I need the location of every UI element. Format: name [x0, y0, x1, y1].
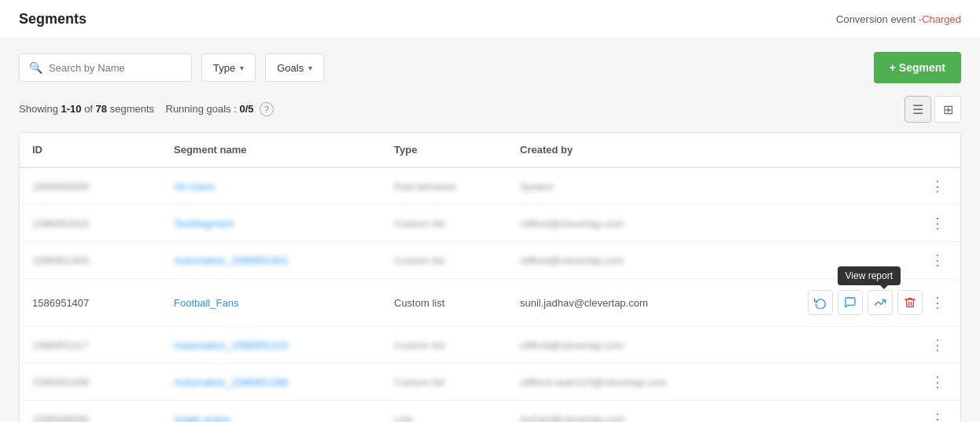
type-chevron-icon: ▾	[240, 64, 244, 72]
cell-type: Custom list	[381, 364, 507, 401]
cell-id: 1586946595	[20, 401, 161, 423]
cell-actions[interactable]: ⋮	[795, 242, 960, 279]
cell-actions[interactable]: ⋮	[795, 167, 960, 205]
cell-name[interactable]: TestSegment	[161, 205, 381, 242]
cell-name[interactable]: single action	[161, 401, 381, 423]
goals-filter-button[interactable]: Goals ▾	[265, 53, 324, 82]
search-box: 🔍	[19, 53, 192, 82]
more-button[interactable]: ⋮	[927, 295, 948, 310]
cell-name[interactable]: Football_Fans	[161, 279, 381, 327]
toolbar: 🔍 Type ▾ Goals ▾ + Segment	[0, 39, 980, 96]
segment-name-link[interactable]: Football_Fans	[174, 297, 238, 309]
search-input[interactable]	[49, 62, 182, 74]
conversion-link[interactable]: -Charged	[919, 13, 961, 25]
cell-actions[interactable]: ⋮	[795, 205, 960, 242]
table-row: 1586952415TestSegmentCustom listclifford…	[20, 205, 960, 242]
cell-created-by: clifford@clevertap.com	[507, 205, 795, 242]
range-bold: 1-10	[61, 103, 81, 115]
type-filter-button[interactable]: Type ▾	[201, 53, 256, 82]
table-row: 1586951405Automation_1586951401Custom li…	[20, 242, 960, 279]
search-icon: 🔍	[29, 61, 42, 74]
conversion-event: Conversion event -Charged	[836, 13, 961, 25]
refresh-button[interactable]	[808, 290, 833, 315]
action-icons-group: View report⋮	[808, 290, 948, 315]
goals-chevron-icon: ▾	[308, 64, 312, 72]
add-segment-button[interactable]: + Segment	[874, 52, 961, 83]
col-header-type: Type	[381, 133, 507, 167]
cell-created-by: clifford+auto123@clevertap.com	[507, 364, 795, 401]
cell-id: 1586952415	[20, 205, 161, 242]
cell-id: 1586951317	[20, 327, 161, 364]
more-button[interactable]: ⋮	[927, 253, 948, 267]
grid-icon: ⊞	[943, 102, 953, 117]
cell-type: Custom list	[381, 242, 507, 279]
list-view-button[interactable]: ☰	[904, 96, 931, 123]
table-row: 1586951407Football_FansCustom listsunil.…	[20, 279, 960, 327]
table-row: 1900000005All UsersPast behaviorSystem⋮	[20, 167, 960, 205]
help-icon[interactable]: ?	[260, 102, 274, 116]
cell-type: Past behavior	[381, 167, 507, 205]
running-goals-bold: 0/5	[239, 103, 253, 115]
cell-actions[interactable]: ⋮	[795, 364, 960, 401]
cell-created-by: clifford@clevertap.com	[507, 242, 795, 279]
total-bold: 78	[96, 103, 107, 115]
cell-id: 1586951405	[20, 242, 161, 279]
delete-button[interactable]	[897, 290, 923, 315]
cell-type: Custom list	[381, 279, 507, 327]
view-toggle: ☰ ⊞	[904, 96, 961, 123]
page-title: Segments	[19, 11, 87, 28]
cell-created-by: sunil.jadhav@clevertap.com	[507, 279, 795, 327]
grid-view-button[interactable]: ⊞	[934, 96, 961, 123]
summary-text: Showing 1-10 of 78 segments Running goal…	[19, 102, 274, 116]
segments-table: ID Segment name Type Created by 19000000…	[19, 132, 961, 422]
more-button[interactable]: ⋮	[927, 375, 948, 389]
more-button[interactable]: ⋮	[927, 338, 948, 352]
cell-name[interactable]: All Users	[161, 167, 381, 205]
table-row: 1586951308Automation_1586951288Custom li…	[20, 364, 960, 401]
col-header-name: Segment name	[161, 133, 381, 167]
more-button[interactable]: ⋮	[927, 216, 948, 230]
cell-type: Live	[381, 401, 507, 423]
campaign-button[interactable]	[838, 290, 863, 315]
cell-id: 1586951308	[20, 364, 161, 401]
cell-actions[interactable]: View report⋮	[795, 279, 960, 327]
cell-type: Custom list	[381, 327, 507, 364]
more-button[interactable]: ⋮	[927, 179, 948, 193]
cell-type: Custom list	[381, 205, 507, 242]
cell-actions[interactable]: ⋮	[795, 401, 960, 423]
cell-id: 1586951407	[20, 279, 161, 327]
cell-actions[interactable]: ⋮	[795, 327, 960, 364]
cell-name[interactable]: Automation_1586951288	[161, 364, 381, 401]
cell-created-by: System	[507, 167, 795, 205]
cell-created-by: clifford@clevertap.com	[507, 327, 795, 364]
col-header-created: Created by	[507, 133, 795, 167]
cell-created-by: mohan@clevertap.com	[507, 401, 795, 423]
cell-name[interactable]: Automation_1586951310	[161, 327, 381, 364]
table-header-row: ID Segment name Type Created by	[20, 133, 960, 167]
list-icon: ☰	[912, 102, 923, 117]
cell-name[interactable]: Automation_1586951401	[161, 242, 381, 279]
table-row: 1586951317Automation_1586951310Custom li…	[20, 327, 960, 364]
summary-row: Showing 1-10 of 78 segments Running goal…	[0, 96, 980, 132]
cell-id: 1900000005	[20, 167, 161, 205]
more-button[interactable]: ⋮	[927, 412, 948, 422]
table-row: 1586946595single actionLivemohan@clevert…	[20, 401, 960, 423]
report-button[interactable]	[868, 290, 893, 315]
col-header-id: ID	[20, 133, 161, 167]
